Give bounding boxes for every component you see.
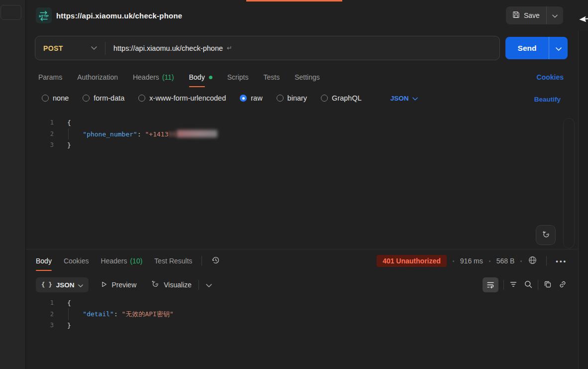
search-icon[interactable] (524, 280, 533, 290)
request-tab-scripts[interactable]: Scripts (227, 73, 249, 81)
request-tab-authorization[interactable]: Authorization (77, 73, 118, 81)
redacted-value (177, 130, 217, 137)
tab-count-badge: (11) (162, 73, 174, 81)
svg-text:HTTP: HTTP (39, 14, 49, 18)
sidebar-collapsed-panel (0, 5, 21, 20)
response-size[interactable]: 568 B (496, 257, 515, 265)
tab-label: Cookies (64, 257, 89, 265)
tab-count-badge: (10) (130, 257, 142, 265)
response-pane-divider[interactable] (26, 249, 578, 249)
history-icon[interactable] (211, 255, 220, 266)
preview-label: Preview (111, 281, 136, 289)
filter-icon[interactable] (509, 280, 518, 290)
response-toolbar-icons (483, 277, 567, 292)
editor-scrollbar-track[interactable] (563, 118, 575, 248)
send-options-button[interactable] (549, 44, 568, 52)
request-tab-tests[interactable]: Tests (263, 73, 280, 81)
save-button[interactable]: Save (506, 6, 546, 24)
dot-separator (489, 260, 490, 262)
code-token: : (137, 130, 145, 138)
code-token (67, 130, 83, 138)
method-selector[interactable]: POST (35, 44, 105, 52)
request-tab-headers[interactable]: Headers(11) (133, 73, 174, 81)
url-input[interactable]: https://api.xiaomu.uk/check-phone (105, 44, 223, 52)
line-number: 1 (31, 299, 54, 306)
method-label: POST (43, 44, 63, 52)
request-body-editor[interactable]: 1{2 "phone_number": "+1413553} (31, 117, 538, 151)
code-content: } (67, 141, 71, 149)
radio-unselected (42, 95, 49, 102)
wrap-text-button[interactable] (483, 277, 498, 292)
preview-button[interactable]: Preview (100, 281, 136, 289)
raw-format-dropdown[interactable]: JSON (391, 95, 418, 102)
mode-label: raw (251, 94, 262, 102)
response-format-label: JSON (56, 281, 75, 289)
mode-label: x-www-form-urlencoded (149, 94, 226, 102)
code-line: 1{ (31, 117, 538, 128)
response-time[interactable]: 916 ms (460, 257, 483, 265)
postbot-button[interactable] (536, 225, 556, 245)
tab-label: Scripts (227, 73, 249, 81)
unsaved-body-dot (209, 76, 212, 79)
code-token: { (67, 119, 71, 126)
chevron-down-icon[interactable] (206, 281, 212, 289)
beautify-link[interactable]: Beautify (534, 96, 561, 103)
code-line: 3} (31, 320, 538, 331)
visualize-label: Visualize (164, 281, 192, 289)
response-toolbar: { } JSON Preview Visualize (36, 277, 567, 293)
tab-label: Headers (101, 257, 127, 265)
radio-unselected (138, 95, 145, 102)
body-mode-form-data[interactable]: form-data (83, 94, 124, 102)
code-token: "detail" (83, 310, 114, 318)
radio-selected (240, 95, 247, 102)
save-options-button[interactable] (546, 6, 563, 24)
radio-unselected (83, 95, 90, 102)
raw-format-label: JSON (391, 95, 409, 102)
save-icon (512, 11, 520, 20)
save-label: Save (524, 11, 540, 19)
response-header: BodyCookiesHeaders(10)Test Results 401 U… (36, 255, 567, 267)
body-mode-graphql[interactable]: GraphQL (321, 94, 362, 102)
status-badge[interactable]: 401 Unauthorized (377, 255, 447, 267)
response-format-dropdown[interactable]: { } JSON (36, 277, 89, 292)
divider (538, 280, 538, 290)
mode-label: binary (288, 94, 307, 102)
response-tab-headers[interactable]: Headers(10) (101, 257, 143, 265)
copy-icon[interactable] (543, 280, 552, 290)
send-button[interactable]: Send (505, 37, 549, 59)
response-tabs: BodyCookiesHeaders(10)Test Results (36, 257, 193, 265)
request-tabs: ParamsAuthorizationHeaders(11)BodyScript… (38, 73, 320, 81)
code-token (67, 310, 83, 318)
response-body-editor[interactable]: 1{2 "detail": "无效的API密钥"3} (31, 297, 538, 331)
globe-icon[interactable] (528, 255, 537, 266)
code-content: "detail": "无效的API密钥" (67, 310, 174, 319)
cookies-link[interactable]: Cookies (537, 73, 564, 81)
body-mode-raw[interactable]: raw (240, 94, 262, 102)
link-icon[interactable] (558, 280, 567, 290)
response-tab-body[interactable]: Body (36, 257, 52, 265)
request-tab-body[interactable]: Body (189, 73, 212, 81)
tab-label: Tests (263, 73, 280, 81)
response-tab-test-results[interactable]: Test Results (154, 257, 192, 265)
chevron-down-icon (91, 46, 97, 50)
code-token: { (67, 299, 71, 307)
response-tab-cookies[interactable]: Cookies (64, 257, 89, 265)
code-token: "phone_number" (83, 130, 137, 138)
visualize-button[interactable]: Visualize (150, 279, 192, 290)
code-line: 2 "phone_number": "+141355 (31, 128, 538, 140)
chevron-down-icon (552, 11, 558, 19)
code-token: "无效的API密钥" (122, 310, 174, 318)
radio-unselected (321, 95, 328, 102)
tab-label: Body (36, 257, 52, 265)
body-mode-x-www-form-urlencoded[interactable]: x-www-form-urlencoded (138, 94, 226, 102)
line-number: 3 (31, 322, 54, 329)
code-token: : (114, 310, 122, 318)
mode-label: form-data (94, 94, 124, 102)
code-token: } (67, 141, 71, 149)
body-mode-binary[interactable]: binary (277, 94, 307, 102)
divider (201, 256, 202, 266)
body-mode-none[interactable]: none (42, 94, 69, 102)
more-options-icon[interactable]: ••• (556, 257, 567, 265)
request-tab-params[interactable]: Params (38, 73, 62, 81)
request-tab-settings[interactable]: Settings (294, 73, 320, 81)
